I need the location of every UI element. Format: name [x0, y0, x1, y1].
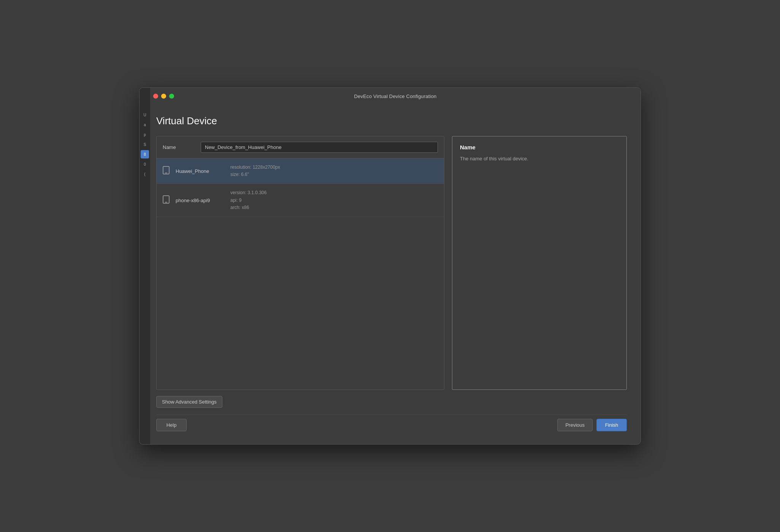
- device-item-huawei-phone[interactable]: Huawei_Phone resolution: 1228x2700px siz…: [157, 158, 444, 184]
- bottom-section: Show Advanced Settings Help Previous Fin…: [156, 390, 627, 437]
- sidebar-item-2[interactable]: a: [141, 120, 149, 129]
- left-panel: Name Huawei_Phone: [156, 136, 444, 390]
- sidebar-item-6[interactable]: 0: [141, 160, 149, 168]
- minimize-button[interactable]: [161, 94, 166, 99]
- window-controls: [153, 94, 174, 99]
- name-input[interactable]: [201, 142, 438, 153]
- help-panel-title: Name: [460, 144, 619, 150]
- show-advanced-button[interactable]: Show Advanced Settings: [156, 396, 222, 408]
- maximize-button[interactable]: [169, 94, 174, 99]
- device-specs-1: resolution: 1228x2700px size: 6.6": [230, 164, 280, 178]
- help-panel-description: The name of this virtual device.: [460, 155, 619, 163]
- sidebar-item-7[interactable]: (: [141, 170, 149, 178]
- finish-button[interactable]: Finish: [596, 419, 627, 431]
- help-button[interactable]: Help: [156, 419, 187, 431]
- help-panel: Name The name of this virtual device.: [452, 136, 627, 390]
- phone-icon-2: [163, 195, 170, 206]
- sidebar-item-1[interactable]: U: [141, 111, 149, 119]
- sidebar-item-5[interactable]: 8: [141, 150, 149, 158]
- device-item-phone-x86[interactable]: phone-x86-api9 version: 3.1.0.306 api: 9…: [157, 184, 444, 217]
- content-area: Name Huawei_Phone: [156, 136, 627, 390]
- device-name-1: Huawei_Phone: [176, 168, 225, 174]
- sidebar-strip: U a p S 8 0 (: [140, 88, 150, 444]
- sidebar-item-3[interactable]: p: [141, 130, 149, 139]
- device-list: Huawei_Phone resolution: 1228x2700px siz…: [157, 158, 444, 390]
- main-window: U a p S 8 0 ( DevEco Virtual Device Conf…: [139, 87, 641, 445]
- page-title: Virtual Device: [156, 115, 627, 127]
- previous-button[interactable]: Previous: [557, 419, 593, 431]
- main-content: Virtual Device Name: [140, 104, 640, 444]
- footer-left: Help: [156, 419, 187, 431]
- svg-rect-1: [165, 173, 167, 173]
- device-specs-2: version: 3.1.0.306 api: 9 arch: x86: [230, 189, 266, 211]
- svg-rect-3: [165, 202, 167, 203]
- close-button[interactable]: [153, 94, 158, 99]
- name-label: Name: [163, 144, 193, 150]
- name-row: Name: [157, 136, 444, 158]
- device-name-2: phone-x86-api9: [176, 198, 225, 203]
- footer-right: Previous Finish: [557, 419, 627, 431]
- titlebar: DevEco Virtual Device Configuration: [140, 88, 640, 104]
- footer: Help Previous Finish: [156, 415, 627, 434]
- sidebar-item-4[interactable]: S: [141, 140, 149, 149]
- window-title: DevEco Virtual Device Configuration: [354, 93, 436, 99]
- phone-icon-1: [163, 166, 170, 176]
